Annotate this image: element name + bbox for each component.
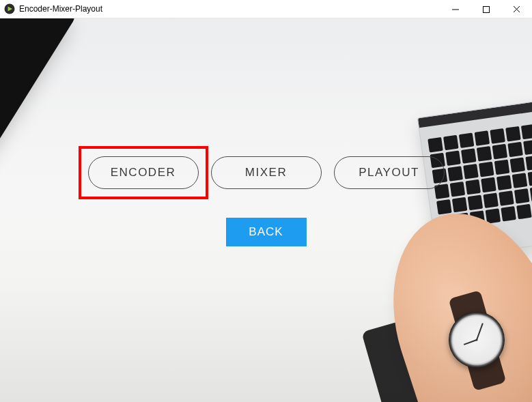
close-button[interactable] [501, 0, 532, 18]
playout-wrap: PLAYOUT [334, 156, 445, 189]
svg-rect-2 [483, 6, 489, 12]
maximize-button[interactable] [471, 0, 501, 18]
mixer-button[interactable]: MIXER [211, 156, 322, 189]
mode-button-row: ENCODER MIXER PLAYOUT [0, 156, 532, 189]
watch-prop [449, 312, 505, 368]
phone-prop [0, 18, 77, 151]
content-area: ENCODER MIXER PLAYOUT BACK [0, 18, 532, 402]
window-controls [440, 0, 532, 18]
playout-button[interactable]: PLAYOUT [334, 156, 445, 189]
encoder-wrap: ENCODER [88, 156, 199, 189]
back-button[interactable]: BACK [226, 218, 307, 246]
app-icon [4, 3, 15, 14]
window-title: Encoder-Mixer-Playout [19, 4, 102, 14]
window-titlebar: Encoder-Mixer-Playout [0, 0, 532, 18]
encoder-button[interactable]: ENCODER [88, 156, 199, 189]
minimize-button[interactable] [440, 0, 471, 18]
mixer-wrap: MIXER [211, 156, 322, 189]
